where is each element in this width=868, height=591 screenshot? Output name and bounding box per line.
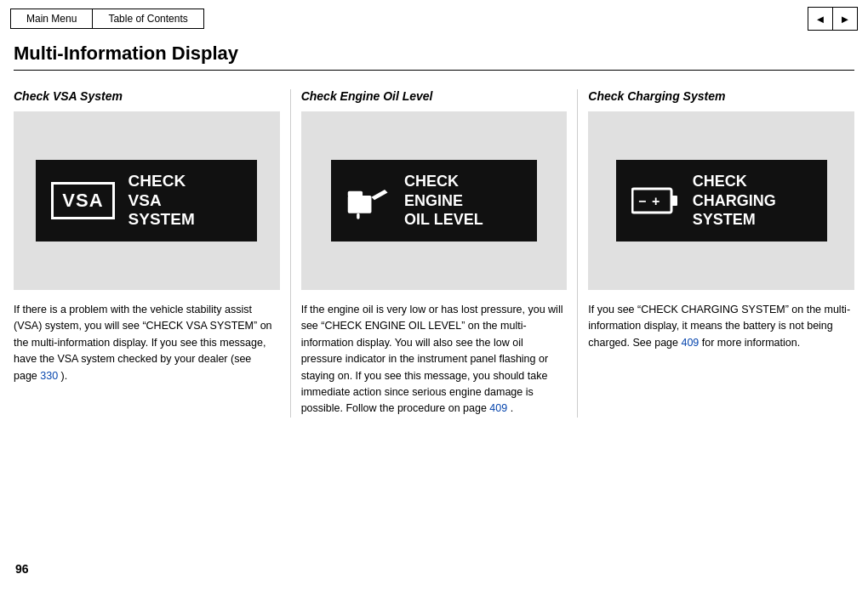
col-oil-heading: Check Engine Oil Level — [301, 89, 568, 103]
battery-display: − + CHECKCHARGINGSYSTEM — [616, 160, 827, 242]
oil-can-icon — [346, 182, 391, 219]
col-vsa: Check VSA System VSA CHECKVSASYSTEM If t… — [14, 89, 291, 418]
col-charging-heading: Check Charging System — [588, 89, 854, 103]
vsa-page-link[interactable]: 330 — [40, 370, 58, 382]
nav-arrows: ◄ ► — [808, 7, 858, 31]
svg-rect-0 — [348, 196, 372, 213]
svg-marker-1 — [371, 190, 387, 200]
svg-text:+: + — [652, 194, 660, 208]
table-of-contents-button[interactable]: Table of Contents — [92, 9, 203, 29]
page-number: 96 — [15, 562, 29, 576]
battery-icon: − + — [631, 185, 679, 216]
col-charging-body: If you see “CHECK CHARGING SYSTEM” on th… — [588, 302, 854, 351]
col-vsa-image: VSA CHECKVSASYSTEM — [14, 111, 280, 290]
oil-display-text: CHECKENGINEOIL LEVEL — [404, 172, 483, 230]
battery-display-text: CHECKCHARGINGSYSTEM — [693, 172, 776, 230]
col-vsa-body: If there is a problem with the vehicle s… — [14, 302, 280, 384]
svg-rect-5 — [671, 196, 677, 206]
main-menu-button[interactable]: Main Menu — [10, 9, 93, 29]
title-divider — [14, 70, 854, 71]
oil-display: CHECKENGINEOIL LEVEL — [331, 160, 537, 242]
col-charging-image: − + CHECKCHARGINGSYSTEM — [588, 111, 854, 290]
svg-rect-2 — [348, 191, 363, 197]
content-columns: Check VSA System VSA CHECKVSASYSTEM If t… — [0, 89, 868, 418]
col-oil: Check Engine Oil Level CHECKENGINEOIL — [291, 89, 579, 418]
col-charging: Check Charging System − + CHECKCHARGINGS… — [578, 89, 854, 418]
vsa-display: VSA CHECKVSASYSTEM — [36, 160, 257, 242]
page-title: Multi-Information Display — [14, 43, 854, 65]
vsa-display-text: CHECKVSASYSTEM — [128, 172, 195, 230]
svg-text:−: − — [638, 194, 646, 208]
vsa-box-label: VSA — [51, 182, 114, 219]
top-nav: Main Menu Table of Contents ◄ ► — [0, 0, 868, 36]
oil-page-link[interactable]: 409 — [489, 402, 507, 414]
svg-rect-3 — [357, 213, 359, 219]
prev-page-button[interactable]: ◄ — [808, 7, 833, 31]
next-page-button[interactable]: ► — [832, 7, 858, 31]
col-oil-body: If the engine oil is very low or has los… — [301, 302, 568, 418]
col-vsa-heading: Check VSA System — [14, 89, 280, 103]
charging-page-link[interactable]: 409 — [681, 337, 699, 349]
col-oil-image: CHECKENGINEOIL LEVEL — [301, 111, 568, 290]
page-title-section: Multi-Information Display — [0, 36, 868, 89]
